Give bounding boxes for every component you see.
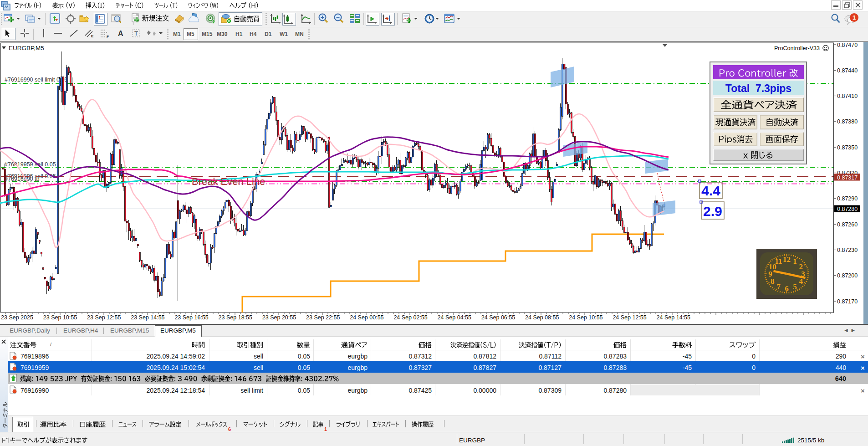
svg-text:24 Sep 04:55: 24 Sep 04:55 [438, 314, 471, 321]
svg-text:24 Sep 08:55: 24 Sep 08:55 [525, 314, 559, 321]
svg-text:0.87170: 0.87170 [837, 298, 858, 305]
svg-text:24 Sep 00:55: 24 Sep 00:55 [350, 314, 383, 321]
svg-text:24 Sep 14:55: 24 Sep 14:55 [657, 314, 690, 321]
svg-text:23 Sep 12:55: 23 Sep 12:55 [87, 314, 121, 321]
svg-text:T: T [134, 30, 138, 37]
svg-text:0.87260: 0.87260 [837, 221, 858, 228]
svg-text:0.87280: 0.87280 [837, 206, 858, 212]
svg-text:0.87230: 0.87230 [837, 247, 858, 253]
svg-text:0.87317: 0.87317 [837, 174, 858, 181]
svg-text:23 Sep 10:55: 23 Sep 10:55 [43, 314, 77, 321]
svg-text:0.87410: 0.87410 [837, 93, 858, 99]
svg-text:23 Sep 14:55: 23 Sep 14:55 [131, 314, 164, 321]
svg-text:23 Sep 2025: 23 Sep 2025 [1, 314, 33, 321]
svg-text:23 Sep 22:55: 23 Sep 22:55 [306, 314, 340, 321]
svg-text:0.87470: 0.87470 [837, 42, 858, 48]
svg-text:5: 5 [793, 282, 797, 291]
svg-text:23 Sep 16:55: 23 Sep 16:55 [174, 314, 208, 321]
svg-text:E: E [91, 34, 94, 38]
svg-text:23 Sep 18:55: 23 Sep 18:55 [219, 314, 252, 321]
svg-text:A: A [118, 30, 123, 37]
svg-text:12: 12 [783, 255, 791, 264]
svg-text:1: 1 [793, 257, 797, 266]
svg-text:ProController-V33: ProController-V33 [774, 45, 820, 51]
svg-text:2.9: 2.9 [703, 204, 722, 219]
svg-text:#76919959 sell 0.05: #76919959 sell 0.05 [5, 161, 56, 168]
svg-text:7: 7 [776, 282, 781, 291]
svg-text:0.87290: 0.87290 [837, 195, 858, 202]
svg-text:#76916990 sell limit 0.05: #76916990 sell limit 0.05 [5, 77, 67, 83]
svg-text:24 Sep 02:55: 24 Sep 02:55 [393, 314, 427, 321]
svg-text:4.4: 4.4 [701, 183, 720, 198]
svg-text:0.87440: 0.87440 [837, 67, 858, 74]
svg-text:0.87350: 0.87350 [837, 144, 858, 151]
svg-text:24 Sep 12:55: 24 Sep 12:55 [613, 314, 646, 321]
svg-text:6: 6 [785, 284, 789, 293]
svg-text:0.87200: 0.87200 [837, 272, 858, 279]
svg-text:24 Sep 06:55: 24 Sep 06:55 [481, 314, 515, 321]
svg-text:24 Sep 10:55: 24 Sep 10:55 [569, 314, 602, 321]
svg-text:11: 11 [775, 257, 782, 266]
svg-text:F: F [107, 35, 109, 39]
svg-text:Break Even Line: Break Even Line [192, 176, 265, 187]
svg-text:0.87380: 0.87380 [837, 118, 858, 125]
svg-text:EURGBP,M5: EURGBP,M5 [9, 45, 44, 51]
svg-text:23 Sep 20:55: 23 Sep 20:55 [262, 314, 296, 321]
